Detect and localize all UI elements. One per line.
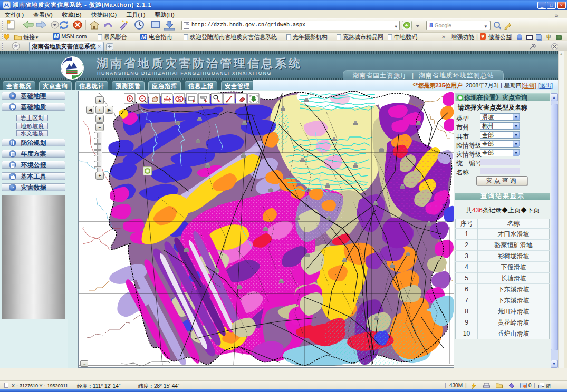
svg-text:S: S — [178, 96, 181, 102]
svg-text:?: ? — [166, 95, 168, 100]
